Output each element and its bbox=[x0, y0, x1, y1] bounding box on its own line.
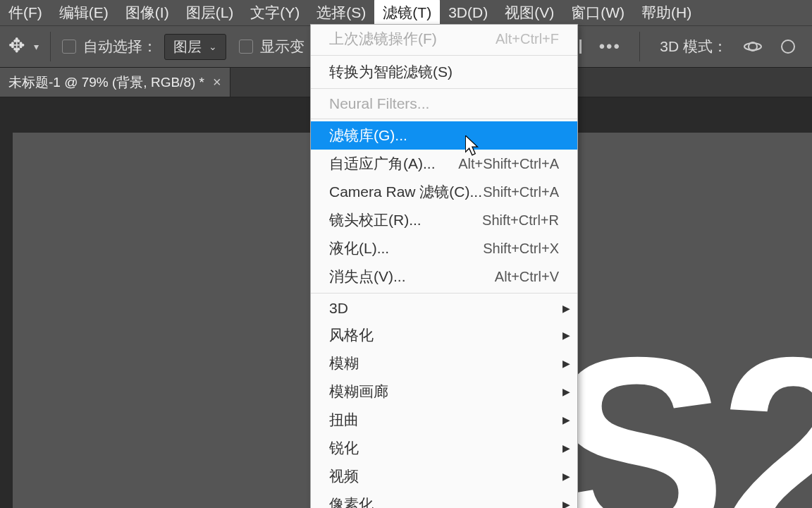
pan-icon[interactable] bbox=[778, 37, 798, 56]
menu-row-label: 扭曲 bbox=[329, 410, 359, 430]
menu-row[interactable]: 模糊▶ bbox=[311, 349, 577, 377]
menu-item[interactable]: 视图(V) bbox=[496, 0, 562, 26]
menu-row[interactable]: 滤镜库(G)... bbox=[311, 121, 577, 150]
menu-row[interactable]: 转换为智能滤镜(S) bbox=[311, 58, 577, 86]
menu-item[interactable]: 图像(I) bbox=[117, 0, 178, 26]
menu-row[interactable]: 扭曲▶ bbox=[311, 406, 577, 434]
submenu-arrow-icon: ▶ bbox=[562, 303, 570, 314]
menu-item[interactable]: 窗口(W) bbox=[562, 0, 633, 26]
move-icon bbox=[7, 35, 30, 58]
menu-row-label: 液化(L)... bbox=[329, 238, 389, 258]
menu-row[interactable]: 消失点(V)...Alt+Ctrl+V bbox=[311, 262, 577, 291]
menu-row[interactable]: 自适应广角(A)...Alt+Shift+Ctrl+A bbox=[311, 150, 577, 178]
menu-separator bbox=[311, 119, 577, 119]
document-tab[interactable]: 未标题-1 @ 79% (背景, RGB/8) * × bbox=[0, 68, 230, 97]
chevron-down-icon: ▾ bbox=[34, 41, 39, 52]
submenu-arrow-icon: ▶ bbox=[562, 442, 570, 454]
menu-row-label: 锐化 bbox=[329, 438, 359, 458]
menu-row-shortcut: Shift+Ctrl+R bbox=[482, 212, 559, 229]
tab-title: 未标题-1 @ 79% (背景, RGB/8) * bbox=[8, 73, 204, 92]
menu-row-label: 像素化 bbox=[329, 495, 374, 508]
submenu-arrow-icon: ▶ bbox=[562, 414, 570, 425]
orbit-icon[interactable] bbox=[743, 37, 763, 56]
menu-item[interactable]: 帮助(H) bbox=[633, 0, 700, 26]
menu-row[interactable]: Camera Raw 滤镜(C)...Shift+Ctrl+A bbox=[311, 178, 577, 206]
menu-row[interactable]: 镜头校正(R)...Shift+Ctrl+R bbox=[311, 206, 577, 234]
menu-row-label: 自适应广角(A)... bbox=[329, 154, 436, 174]
show-transform-label: 显示变 bbox=[260, 37, 304, 56]
menu-row[interactable]: 模糊画廊▶ bbox=[311, 377, 577, 406]
menu-row-shortcut: Alt+Ctrl+F bbox=[496, 31, 559, 47]
menu-separator bbox=[311, 293, 577, 294]
menu-item[interactable]: 滤镜(T) bbox=[374, 0, 440, 26]
menu-row-shortcut: Shift+Ctrl+X bbox=[483, 241, 559, 257]
menu-row-label: 3D bbox=[329, 300, 348, 317]
menu-separator bbox=[311, 88, 577, 89]
menu-row[interactable]: 锐化▶ bbox=[311, 434, 577, 462]
menu-row-shortcut: Shift+Ctrl+A bbox=[483, 184, 559, 200]
menu-row-label: 转换为智能滤镜(S) bbox=[329, 62, 453, 82]
menu-row-shortcut: Alt+Ctrl+V bbox=[495, 269, 559, 285]
chevron-down-icon: ⌄ bbox=[209, 41, 217, 52]
menu-row-label: 上次滤镜操作(F) bbox=[329, 29, 437, 49]
menu-row-label: 模糊画廊 bbox=[329, 382, 388, 401]
menu-row[interactable]: 液化(L)...Shift+Ctrl+X bbox=[311, 234, 577, 262]
menu-row-label: 模糊 bbox=[329, 353, 359, 373]
menu-item[interactable]: 选择(S) bbox=[308, 0, 374, 26]
menu-row-label: 风格化 bbox=[329, 325, 374, 345]
menu-item[interactable]: 3D(D) bbox=[440, 1, 496, 25]
menu-item[interactable]: 文字(Y) bbox=[242, 0, 308, 26]
menu-row[interactable]: 3D▶ bbox=[311, 296, 577, 321]
move-tool[interactable]: ▾ bbox=[7, 35, 39, 58]
menu-row-label: 滤镜库(G)... bbox=[329, 126, 407, 145]
close-icon[interactable]: × bbox=[213, 74, 221, 90]
menu-row[interactable]: 风格化▶ bbox=[311, 321, 577, 349]
menu-row[interactable]: 视频▶ bbox=[311, 462, 577, 490]
auto-select-label: 自动选择： bbox=[83, 37, 157, 56]
svg-point-7 bbox=[744, 43, 761, 50]
layer-select-value: 图层 bbox=[173, 37, 202, 56]
menu-item[interactable]: 件(F) bbox=[0, 0, 51, 26]
more-icon[interactable]: ••• bbox=[600, 37, 620, 56]
submenu-arrow-icon: ▶ bbox=[562, 471, 570, 482]
menu-row-label: 视频 bbox=[329, 466, 359, 486]
menu-row: 上次滤镜操作(F)Alt+Ctrl+F bbox=[311, 25, 577, 53]
3d-mode-label: 3D 模式： bbox=[660, 37, 727, 56]
menu-row-shortcut: Alt+Shift+Ctrl+A bbox=[458, 156, 559, 172]
menu-separator bbox=[311, 55, 577, 56]
separator bbox=[50, 32, 51, 61]
auto-select-checkbox[interactable] bbox=[62, 40, 76, 54]
show-transform-checkbox[interactable] bbox=[239, 40, 253, 54]
filter-menu-dropdown: 上次滤镜操作(F)Alt+Ctrl+F转换为智能滤镜(S)Neural Filt… bbox=[310, 24, 578, 508]
menu-item[interactable]: 编辑(E) bbox=[51, 0, 117, 26]
layer-select[interactable]: 图层 ⌄ bbox=[164, 34, 226, 60]
svg-point-8 bbox=[782, 40, 794, 53]
submenu-arrow-icon: ▶ bbox=[562, 329, 570, 341]
menu-row-label: 镜头校正(R)... bbox=[329, 210, 422, 230]
separator bbox=[639, 32, 640, 61]
svg-rect-5 bbox=[579, 40, 582, 54]
menu-row[interactable]: 像素化▶ bbox=[311, 490, 577, 508]
menu-item[interactable]: 图层(L) bbox=[178, 0, 242, 26]
submenu-arrow-icon: ▶ bbox=[562, 386, 570, 397]
submenu-arrow-icon: ▶ bbox=[562, 499, 570, 508]
menu-row-label: 消失点(V)... bbox=[329, 267, 406, 286]
menu-row: Neural Filters... bbox=[311, 91, 577, 116]
menubar: 件(F)编辑(E)图像(I)图层(L)文字(Y)选择(S)滤镜(T)3D(D)视… bbox=[0, 0, 812, 25]
menu-row-label: Camera Raw 滤镜(C)... bbox=[329, 182, 482, 202]
submenu-arrow-icon: ▶ bbox=[562, 358, 570, 369]
menu-row-label: Neural Filters... bbox=[329, 95, 429, 112]
